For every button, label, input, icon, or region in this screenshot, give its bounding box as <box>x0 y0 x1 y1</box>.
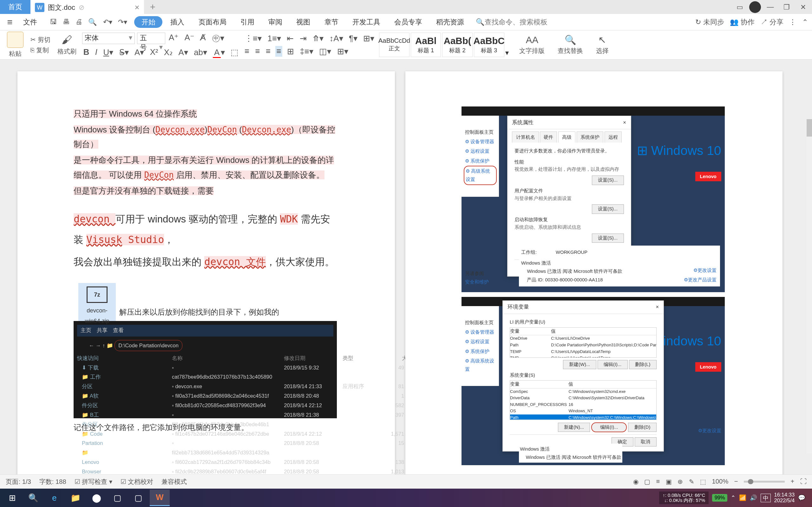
page-2[interactable]: 控制面板主页 ⚙ 设备管理器 ⚙ 远程设置 ⚙ 系统保护 ⚙ 高级系统设置 ⊞ … <box>405 71 782 481</box>
view-focus-icon[interactable]: ◉ <box>633 478 639 486</box>
menu-file[interactable]: 文件 <box>17 17 43 27</box>
distribute-icon[interactable]: ⊞ <box>286 46 295 57</box>
redo-icon[interactable]: ↷▾ <box>118 18 127 26</box>
hamburger-icon[interactable]: ≡ <box>5 17 15 27</box>
text-direction-icon[interactable]: ↕A▾ <box>328 33 344 44</box>
paste-group[interactable]: 粘贴 <box>5 32 26 58</box>
fullscreen-icon[interactable]: ⛶ <box>800 478 807 485</box>
menu-view[interactable]: 视图 <box>291 17 316 27</box>
wps-task-icon[interactable]: W <box>150 490 170 506</box>
obs-icon[interactable]: ⬤ <box>87 490 107 506</box>
app-icon-2[interactable]: ▢ <box>129 490 149 506</box>
command-search[interactable]: 🔍 <box>472 18 558 26</box>
avatar[interactable] <box>749 1 761 13</box>
align-right-icon[interactable]: ≡ <box>264 46 271 57</box>
cut-button[interactable]: ✂ 剪切 <box>31 35 50 44</box>
zoom-in-icon[interactable]: + <box>791 478 795 485</box>
line-spacing-icon[interactable]: ‡≡▾ <box>299 46 315 57</box>
align-justify-icon[interactable]: ≡ <box>275 46 282 57</box>
page-indicator[interactable]: 页面: 1/3 <box>6 477 31 486</box>
show-marks-icon[interactable]: ¶▾ <box>348 33 358 44</box>
search-input[interactable] <box>485 18 555 26</box>
text-effect-button[interactable]: A▾ <box>177 47 189 58</box>
word-count[interactable]: 字数: 188 <box>39 477 66 486</box>
explorer-task-icon[interactable]: 📁 <box>66 490 86 506</box>
view-read-icon[interactable]: ▣ <box>666 478 672 486</box>
tab-pin-icon[interactable]: ⊘ <box>79 3 84 12</box>
menu-section[interactable]: 章节 <box>318 17 344 27</box>
undo-icon[interactable]: ↶▾ <box>103 18 112 26</box>
style-more-icon[interactable]: ▾ <box>505 49 509 57</box>
subscript-button[interactable]: X₂ <box>163 47 174 58</box>
char-border-button[interactable]: ⬚ <box>230 47 240 58</box>
select-button[interactable]: ↖选择 <box>594 35 611 55</box>
collab-button[interactable]: 👥 协作 <box>730 17 755 27</box>
edge-icon[interactable]: e <box>44 490 64 506</box>
align-center-icon[interactable]: ≡ <box>254 46 261 57</box>
tab-document[interactable]: W 图文.doc ⊘ × <box>31 0 144 14</box>
battery-indicator[interactable]: 99% <box>712 494 727 502</box>
print-icon[interactable]: 🖨 <box>75 18 83 26</box>
start-button[interactable]: ⊞ <box>2 490 22 506</box>
italic-button[interactable]: I <box>94 47 99 58</box>
vertical-scrollbar[interactable] <box>807 119 812 453</box>
app-icon-1[interactable]: ▢ <box>107 490 128 506</box>
volume-icon[interactable]: 🔊 <box>750 494 757 501</box>
page-1[interactable]: 只适用于 Windows 64 位操作系统 Windows 设备控制台 (Dev… <box>17 71 395 481</box>
ime-indicator[interactable]: 中 <box>761 494 770 502</box>
align-left-icon[interactable]: ≡ <box>243 46 250 57</box>
border-icon[interactable]: ⊞▾ <box>336 46 349 57</box>
clock[interactable]: 16:14:332022/5/4 <box>774 492 795 504</box>
style-h2[interactable]: AaBb(标题 2 <box>442 33 473 57</box>
system-stats[interactable]: ↑: 0.0B/s CPU: 66°C↓: 0.0K/s 内存: 57% <box>659 492 709 504</box>
zoom-slider[interactable] <box>744 481 785 483</box>
maximize-icon[interactable]: ❐ <box>780 0 794 14</box>
tray-up-icon[interactable]: ⌃ <box>731 494 735 501</box>
skin-icon[interactable]: ▭ <box>733 0 747 14</box>
decrease-font-icon[interactable]: A⁻ <box>183 32 196 45</box>
font-size-select[interactable]: 五号 <box>137 33 165 44</box>
tab-home[interactable]: 首页 <box>0 0 31 14</box>
menu-layout[interactable]: 页面布局 <box>193 17 232 27</box>
menu-member[interactable]: 会员专享 <box>389 17 428 27</box>
clear-format-icon[interactable]: A̸ <box>199 32 207 45</box>
bullet-list-icon[interactable]: ⋮≡▾ <box>243 33 263 44</box>
zoom-level[interactable]: 100% <box>712 478 728 485</box>
wifi-icon[interactable]: 📶 <box>739 494 746 501</box>
underline-button[interactable]: U▾ <box>102 47 114 58</box>
proofread[interactable]: ☑ 文档校对 <box>120 477 154 486</box>
copy-button[interactable]: ⎘ 复制 <box>31 46 50 55</box>
collapse-ribbon-icon[interactable]: ⌃ <box>802 18 808 26</box>
increase-font-icon[interactable]: A⁺ <box>167 32 180 45</box>
highlight-button[interactable]: ab▾ <box>193 47 208 58</box>
menu-devtools[interactable]: 开发工具 <box>347 17 386 27</box>
bold-button[interactable]: B <box>82 47 90 58</box>
close-icon[interactable]: × <box>135 3 139 12</box>
fit-width-icon[interactable]: ⬚ <box>700 478 706 486</box>
style-h1[interactable]: AaBl标题 1 <box>411 33 441 57</box>
spell-check[interactable]: ☑ 拼写检查 ▾ <box>74 477 112 486</box>
line-style-icon[interactable]: ⊞▾ <box>362 33 375 44</box>
phonetic-icon[interactable]: ㊥▾ <box>211 32 225 45</box>
format-brush[interactable]: 🖌 格式刷 <box>55 34 79 56</box>
share-button[interactable]: ↗ 分享 <box>761 17 783 27</box>
zoom-out-icon[interactable]: − <box>734 478 738 485</box>
search-task-icon[interactable]: 🔍 <box>23 490 44 506</box>
menu-start[interactable]: 开始 <box>134 16 162 28</box>
strike-button[interactable]: S̶▾ <box>118 47 130 58</box>
menu-reference[interactable]: 引用 <box>235 17 260 27</box>
menu-docer[interactable]: 稻壳资源 <box>430 17 470 27</box>
find-replace-button[interactable]: 🔍查找替换 <box>555 35 586 55</box>
sort-icon[interactable]: ⤊▾ <box>311 33 324 44</box>
save-icon[interactable]: 🖫 <box>50 18 57 26</box>
shading-icon[interactable]: ◫▾ <box>318 46 332 57</box>
superscript-button[interactable]: X² <box>149 47 159 58</box>
view-edit-icon[interactable]: ✎ <box>689 478 694 486</box>
style-h3[interactable]: AaBbC标题 3 <box>474 33 504 57</box>
preview-icon[interactable]: 🔍 <box>88 18 97 26</box>
sync-status[interactable]: ↻ 未同步 <box>695 17 724 27</box>
increase-indent-icon[interactable]: ⇥ <box>299 33 308 44</box>
menu-insert[interactable]: 插入 <box>165 17 190 27</box>
menu-review[interactable]: 审阅 <box>263 17 288 27</box>
font-color-button[interactable]: A▾ <box>212 47 226 58</box>
